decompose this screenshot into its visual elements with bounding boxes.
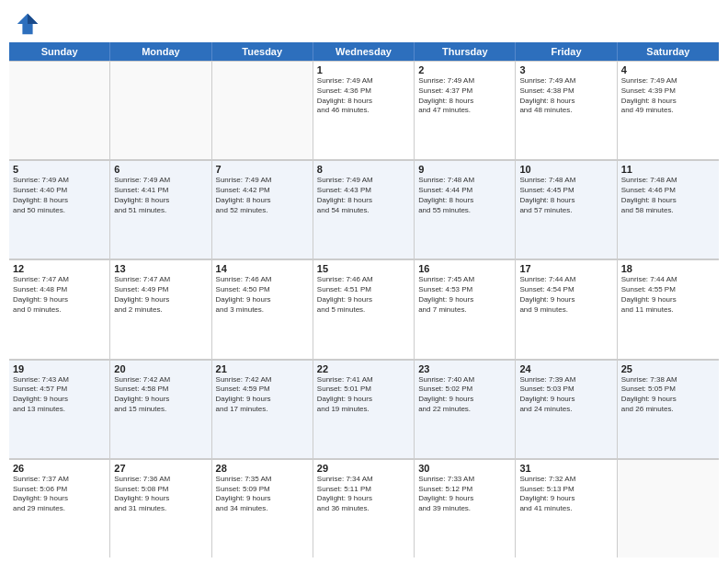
day-number: 23 [418,363,511,374]
day-number: 21 [216,363,309,374]
day-header-tuesday: Tuesday [212,42,313,61]
day-number: 7 [216,164,309,175]
day-info: Sunrise: 7:32 AM Sunset: 5:13 PM Dayligh… [519,475,612,514]
day-cell: 16Sunrise: 7:45 AM Sunset: 4:53 PM Dayli… [415,259,516,358]
day-number: 28 [216,463,309,474]
day-cell: 27Sunrise: 7:36 AM Sunset: 5:08 PM Dayli… [110,459,211,557]
day-cell: 29Sunrise: 7:34 AM Sunset: 5:11 PM Dayli… [313,459,415,557]
day-cell: 18Sunrise: 7:44 AM Sunset: 4:55 PM Dayli… [618,259,719,358]
day-header-thursday: Thursday [415,42,516,61]
day-info: Sunrise: 7:49 AM Sunset: 4:37 PM Dayligh… [418,76,511,116]
day-info: Sunrise: 7:41 AM Sunset: 5:01 PM Dayligh… [317,375,410,415]
day-info: Sunrise: 7:46 AM Sunset: 4:51 PM Dayligh… [317,275,410,315]
day-number: 25 [621,363,715,374]
day-number: 15 [317,263,410,274]
day-cell: 10Sunrise: 7:48 AM Sunset: 4:45 PM Dayli… [516,160,617,259]
day-cell: 3Sunrise: 7:49 AM Sunset: 4:38 PM Daylig… [516,61,617,159]
day-cell: 20Sunrise: 7:42 AM Sunset: 4:58 PM Dayli… [110,360,211,458]
day-info: Sunrise: 7:43 AM Sunset: 4:57 PM Dayligh… [13,375,106,415]
day-number: 2 [418,64,511,75]
day-cell-empty [212,61,313,159]
page: SundayMondayTuesdayWednesdayThursdayFrid… [0,0,728,563]
header [0,0,728,42]
day-number: 26 [13,463,106,474]
day-headers: SundayMondayTuesdayWednesdayThursdayFrid… [9,42,719,61]
day-cell: 15Sunrise: 7:46 AM Sunset: 4:51 PM Dayli… [313,259,415,358]
day-info: Sunrise: 7:45 AM Sunset: 4:53 PM Dayligh… [418,275,511,315]
day-cell: 4Sunrise: 7:49 AM Sunset: 4:39 PM Daylig… [618,61,719,159]
day-header-wednesday: Wednesday [313,42,415,61]
day-info: Sunrise: 7:42 AM Sunset: 4:59 PM Dayligh… [216,375,309,415]
day-cell: 13Sunrise: 7:47 AM Sunset: 4:49 PM Dayli… [110,259,211,358]
week-row: 19Sunrise: 7:43 AM Sunset: 4:57 PM Dayli… [9,360,719,459]
day-info: Sunrise: 7:49 AM Sunset: 4:40 PM Dayligh… [13,176,106,215]
day-info: Sunrise: 7:48 AM Sunset: 4:46 PM Dayligh… [621,176,715,215]
day-info: Sunrise: 7:49 AM Sunset: 4:41 PM Dayligh… [114,176,207,215]
logo [15,11,44,37]
day-info: Sunrise: 7:46 AM Sunset: 4:50 PM Dayligh… [216,275,309,315]
day-number: 27 [114,463,207,474]
week-row: 26Sunrise: 7:37 AM Sunset: 5:06 PM Dayli… [9,459,719,557]
day-cell: 9Sunrise: 7:48 AM Sunset: 4:44 PM Daylig… [415,160,516,259]
day-number: 8 [317,164,410,175]
day-cell: 30Sunrise: 7:33 AM Sunset: 5:12 PM Dayli… [415,459,516,557]
day-cell: 28Sunrise: 7:35 AM Sunset: 5:09 PM Dayli… [212,459,313,557]
day-info: Sunrise: 7:48 AM Sunset: 4:45 PM Dayligh… [519,176,612,215]
day-number: 13 [114,263,207,274]
weeks: 1Sunrise: 7:49 AM Sunset: 4:36 PM Daylig… [9,61,719,557]
day-number: 29 [317,463,410,474]
day-info: Sunrise: 7:47 AM Sunset: 4:48 PM Dayligh… [13,275,106,315]
day-info: Sunrise: 7:49 AM Sunset: 4:43 PM Dayligh… [317,176,410,215]
day-cell: 24Sunrise: 7:39 AM Sunset: 5:03 PM Dayli… [516,360,617,458]
day-header-monday: Monday [110,42,211,61]
day-info: Sunrise: 7:49 AM Sunset: 4:39 PM Dayligh… [621,76,715,116]
day-info: Sunrise: 7:44 AM Sunset: 4:55 PM Dayligh… [621,275,715,315]
day-cell: 26Sunrise: 7:37 AM Sunset: 5:06 PM Dayli… [9,459,110,557]
day-info: Sunrise: 7:34 AM Sunset: 5:11 PM Dayligh… [317,475,410,514]
day-cell-empty [110,61,211,159]
day-info: Sunrise: 7:49 AM Sunset: 4:36 PM Dayligh… [317,76,410,116]
day-info: Sunrise: 7:44 AM Sunset: 4:54 PM Dayligh… [519,275,612,315]
week-row: 12Sunrise: 7:47 AM Sunset: 4:48 PM Dayli… [9,259,719,359]
day-info: Sunrise: 7:38 AM Sunset: 5:05 PM Dayligh… [621,375,715,415]
day-number: 5 [13,164,106,175]
day-cell-empty [618,459,719,557]
day-number: 18 [621,263,715,274]
day-cell: 2Sunrise: 7:49 AM Sunset: 4:37 PM Daylig… [415,61,516,159]
day-number: 17 [519,263,612,274]
day-number: 9 [418,164,511,175]
day-number: 6 [114,164,207,175]
day-cell: 14Sunrise: 7:46 AM Sunset: 4:50 PM Dayli… [212,259,313,358]
day-info: Sunrise: 7:35 AM Sunset: 5:09 PM Dayligh… [216,475,309,514]
day-number: 3 [519,64,612,75]
day-number: 16 [418,263,511,274]
day-number: 11 [621,164,715,175]
day-cell: 17Sunrise: 7:44 AM Sunset: 4:54 PM Dayli… [516,259,617,358]
day-info: Sunrise: 7:39 AM Sunset: 5:03 PM Dayligh… [519,375,612,415]
svg-marker-1 [28,14,38,24]
week-row: 1Sunrise: 7:49 AM Sunset: 4:36 PM Daylig… [9,61,719,160]
calendar: SundayMondayTuesdayWednesdayThursdayFrid… [0,42,728,563]
day-info: Sunrise: 7:40 AM Sunset: 5:02 PM Dayligh… [418,375,511,415]
day-info: Sunrise: 7:49 AM Sunset: 4:42 PM Dayligh… [216,176,309,215]
day-cell: 12Sunrise: 7:47 AM Sunset: 4:48 PM Dayli… [9,259,110,358]
day-info: Sunrise: 7:48 AM Sunset: 4:44 PM Dayligh… [418,176,511,215]
day-cell: 23Sunrise: 7:40 AM Sunset: 5:02 PM Dayli… [415,360,516,458]
day-cell: 6Sunrise: 7:49 AM Sunset: 4:41 PM Daylig… [110,160,211,259]
day-number: 30 [418,463,511,474]
day-number: 22 [317,363,410,374]
day-cell: 25Sunrise: 7:38 AM Sunset: 5:05 PM Dayli… [618,360,719,458]
day-header-saturday: Saturday [618,42,719,61]
day-cell: 31Sunrise: 7:32 AM Sunset: 5:13 PM Dayli… [516,459,617,557]
day-cell: 1Sunrise: 7:49 AM Sunset: 4:36 PM Daylig… [313,61,415,159]
day-header-friday: Friday [516,42,617,61]
day-number: 1 [317,64,410,75]
logo-icon [15,11,40,37]
day-number: 24 [519,363,612,374]
day-cell: 19Sunrise: 7:43 AM Sunset: 4:57 PM Dayli… [9,360,110,458]
day-header-sunday: Sunday [9,42,110,61]
day-cell: 7Sunrise: 7:49 AM Sunset: 4:42 PM Daylig… [212,160,313,259]
day-info: Sunrise: 7:37 AM Sunset: 5:06 PM Dayligh… [13,475,106,514]
day-number: 31 [519,463,612,474]
day-info: Sunrise: 7:47 AM Sunset: 4:49 PM Dayligh… [114,275,207,315]
